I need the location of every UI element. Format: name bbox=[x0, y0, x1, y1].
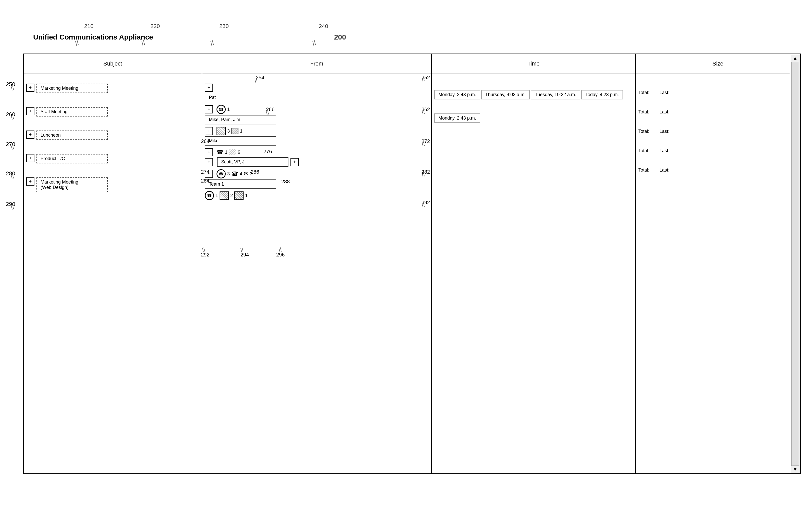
crosshatch-icon-290 bbox=[220, 191, 229, 200]
ref-288: 288 bbox=[281, 179, 290, 185]
subject-260: Staff Meeting bbox=[36, 107, 108, 117]
expand-280[interactable]: + bbox=[26, 154, 34, 162]
from-280-row: + ☎ 1 6 + Scott, VP, Jill + bbox=[205, 148, 429, 167]
expand-260[interactable]: + bbox=[26, 107, 34, 115]
crosshatch2-icon-290 bbox=[234, 191, 244, 200]
ref-240: 240 bbox=[319, 23, 328, 30]
diamond-icon-270 bbox=[231, 128, 239, 134]
from-280-expand2[interactable]: + bbox=[205, 158, 213, 166]
from-270-icons: + 3 1 bbox=[205, 127, 429, 135]
main-container: Subject From Time Size 250 // + Marketin… bbox=[23, 53, 801, 474]
circle-phone-icon-290b: ☎ bbox=[205, 191, 214, 200]
circle-phone-icon-260: ☎ bbox=[217, 105, 226, 114]
scroll-down[interactable]: ▼ bbox=[793, 467, 797, 472]
subject-290: Marketing Meeting(Web Design) bbox=[36, 177, 108, 192]
from-250-row: + Pat bbox=[205, 83, 429, 102]
from-250-name: Pat bbox=[205, 93, 276, 102]
size-280-total: Total: bbox=[638, 148, 649, 153]
row-270-subject: + Luncheon bbox=[26, 131, 199, 140]
scroll-thumb[interactable] bbox=[791, 62, 799, 466]
size-290: Total: Last: bbox=[638, 167, 797, 173]
size-260-total: Total: bbox=[638, 109, 649, 115]
size-250: Total: Last: bbox=[638, 90, 797, 95]
from-270-name: Mike bbox=[205, 136, 276, 146]
col-header-from: From bbox=[202, 54, 432, 73]
from-290-name: Team 1 bbox=[205, 179, 276, 189]
column-headers: Subject From Time Size bbox=[24, 54, 800, 73]
crosshatch2-count-290: 1 bbox=[245, 193, 248, 198]
time-column: Monday, 2:43 p.m. Thursday, 8:02 a.m. Tu… bbox=[432, 73, 636, 473]
from-280-name-row: + Scott, VP, Jill + bbox=[205, 157, 429, 167]
phone-icon-280: ☎ bbox=[217, 149, 224, 156]
time-270: Tuesday, 10:22 a.m. bbox=[531, 90, 580, 100]
from-280-expand[interactable]: + bbox=[205, 148, 213, 156]
scroll-up[interactable]: ▲ bbox=[793, 55, 797, 61]
size-270-total: Total: bbox=[638, 129, 649, 134]
from-290-row: + ☎ 3 ☎ 4 ✉ 3 Team 1 ☎ 1 2 1 bbox=[205, 169, 429, 200]
from-290-icons-top: + ☎ 3 ☎ 4 ✉ 3 bbox=[205, 169, 429, 178]
diamond2-icon-280 bbox=[229, 149, 236, 155]
size-270-last: Last: bbox=[660, 129, 669, 134]
from-260-expand[interactable]: + bbox=[205, 105, 213, 114]
circle-phone-count-290b: 1 bbox=[216, 193, 218, 198]
size-260: Total: Last: bbox=[638, 109, 797, 115]
phone-count-280: 1 bbox=[225, 150, 228, 155]
expand-290[interactable]: + bbox=[26, 177, 34, 186]
ref-210: 210 bbox=[84, 23, 94, 30]
size-column: Total: Last: Total: Last: Total: Last: T… bbox=[636, 73, 800, 473]
from-260-name: Mike, Pam, Jim bbox=[205, 115, 276, 124]
from-260-row: + ☎ 1 Mike, Pam, Jim bbox=[205, 105, 429, 124]
ref-220: 220 bbox=[150, 23, 160, 30]
from-290-icons-bottom: ☎ 1 2 1 bbox=[205, 191, 429, 200]
col-header-subject: Subject bbox=[24, 54, 202, 73]
col-header-size: Size bbox=[636, 54, 800, 73]
size-280-last: Last: bbox=[660, 148, 669, 153]
from-250-icons: + bbox=[205, 83, 429, 92]
circle-phone-count-290a: 3 bbox=[227, 171, 230, 177]
circle-phone-count-260: 1 bbox=[227, 107, 230, 112]
ref-276: 276 bbox=[263, 149, 272, 155]
page-title: Unified Communications Appliance bbox=[33, 33, 153, 41]
row-250-subject: + Marketing Meeting bbox=[26, 83, 199, 93]
row-290-subject: + Marketing Meeting(Web Design) bbox=[26, 177, 199, 192]
size-260-last: Last: bbox=[660, 109, 669, 115]
row-280-subject: + Product T/C bbox=[26, 154, 199, 163]
phone-icon-290: ☎ bbox=[231, 171, 238, 177]
envelope-icon-290: ✉ bbox=[244, 171, 248, 177]
subject-270: Luncheon bbox=[36, 131, 108, 140]
crosshatch-count-290: 2 bbox=[230, 193, 233, 198]
ref-286: 286 bbox=[251, 169, 259, 175]
subject-250: Marketing Meeting bbox=[36, 83, 108, 93]
from-270-expand[interactable]: + bbox=[205, 127, 213, 135]
time-250: Monday, 2:43 p.m. bbox=[434, 90, 480, 100]
subject-column: 250 // + Marketing Meeting 260 // + Staf… bbox=[24, 73, 202, 473]
size-270: Total: Last: bbox=[638, 129, 797, 134]
callout-230: // bbox=[209, 39, 216, 48]
subject-280: Product T/C bbox=[36, 154, 108, 163]
from-column: 252 // 254 // + Pat 262 // 266 // + ☎ bbox=[202, 73, 432, 473]
from-250-expand[interactable]: + bbox=[205, 83, 213, 92]
from-280-expand3[interactable]: + bbox=[290, 158, 299, 166]
diamond2-count-280: 6 bbox=[238, 150, 240, 155]
slash-bot-294: // bbox=[239, 246, 245, 254]
row-260-subject: + Staff Meeting bbox=[26, 107, 199, 117]
content-area: 250 // + Marketing Meeting 260 // + Staf… bbox=[24, 73, 800, 473]
expand-250[interactable]: + bbox=[26, 83, 34, 92]
col-header-time: Time bbox=[432, 54, 636, 73]
from-260-icons: + ☎ 1 bbox=[205, 105, 429, 114]
ref-274: 274 bbox=[201, 169, 210, 175]
circle-phone-icon-290a: ☎ bbox=[217, 169, 226, 178]
from-270-row: + 3 1 Mike bbox=[205, 127, 429, 146]
ref-284: 284 bbox=[201, 178, 210, 184]
phone-count-290: 4 bbox=[240, 171, 242, 177]
ref-264: 264 bbox=[201, 138, 210, 144]
ref-230: 230 bbox=[219, 23, 229, 30]
scrollbar[interactable]: ▲ ▼ bbox=[790, 54, 800, 473]
expand-270[interactable]: + bbox=[26, 131, 34, 139]
size-250-total: Total: bbox=[638, 90, 649, 95]
from-280-name: Scott, VP, Jill bbox=[217, 157, 288, 167]
size-280: Total: Last: bbox=[638, 148, 797, 153]
size-290-last: Last: bbox=[660, 167, 669, 173]
time-290: Monday, 2:43 p.m. bbox=[434, 114, 480, 123]
size-290-total: Total: bbox=[638, 167, 649, 173]
